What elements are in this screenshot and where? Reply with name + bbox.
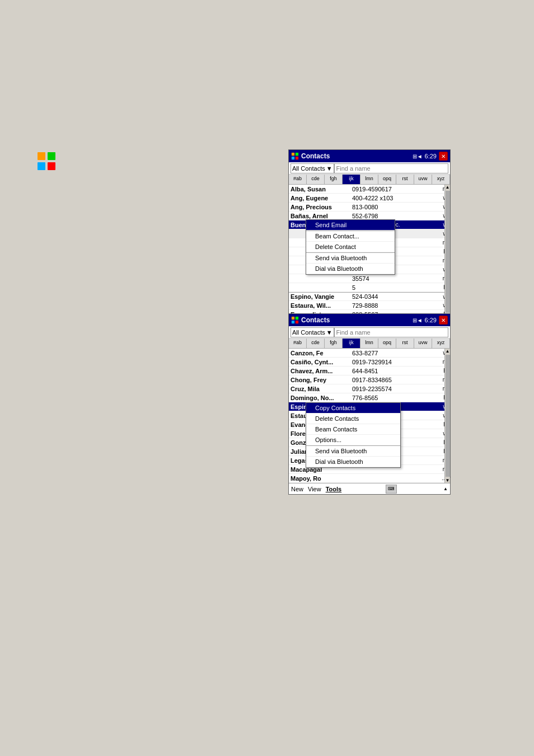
alpha-tab-opq-1[interactable]: opq bbox=[378, 175, 396, 184]
table-row[interactable]: Ang, Precious 813-0080 w bbox=[289, 203, 450, 212]
scroll-thumb-1[interactable] bbox=[446, 191, 450, 313]
titlebar-1: Contacts ⊞◄ 6:29 ✕ bbox=[289, 150, 450, 162]
alpha-tab-rst-2[interactable]: rst bbox=[396, 339, 414, 348]
alpha-tab-fgh-2[interactable]: fgh bbox=[325, 339, 343, 348]
contact-list-2: Canzon, Fe 633-8277 w Casiño, Cynt... 09… bbox=[289, 349, 450, 483]
svg-rect-0 bbox=[292, 153, 294, 156]
scrollbar-1[interactable]: ▲ ▼ bbox=[444, 185, 450, 319]
svg-rect-9 bbox=[48, 152, 55, 160]
context-menu-item-options[interactable]: Options... bbox=[306, 435, 400, 445]
table-row[interactable]: Domingo, No... 776-8565 h bbox=[289, 393, 450, 402]
scroll-down-arrow-2[interactable]: ▼ bbox=[446, 478, 450, 483]
toolbar-1: All Contacts ▼ bbox=[289, 162, 450, 175]
alpha-tab-rst-1[interactable]: rst bbox=[396, 175, 414, 184]
signal-icon-1: ⊞◄ bbox=[413, 153, 423, 159]
alpha-bar-2: #ab cde fgh ijk lmn opq rst uvw xyz bbox=[289, 339, 450, 349]
alpha-tab-lmn-1[interactable]: lmn bbox=[360, 175, 378, 184]
context-menu-1: Send Email Beam Contact... Delete Contac… bbox=[306, 219, 395, 275]
alpha-tab-uvw-1[interactable]: uvw bbox=[414, 175, 432, 184]
windows-logo-icon-2 bbox=[291, 316, 299, 324]
scroll-up-status-2[interactable]: ▲ bbox=[443, 486, 448, 491]
table-row[interactable]: Mapoy, Ro ...w bbox=[289, 474, 450, 483]
time-display-1: 6:29 bbox=[425, 153, 437, 159]
table-row[interactable]: 5 h bbox=[289, 283, 450, 292]
svg-rect-5 bbox=[296, 317, 298, 320]
scroll-up-arrow-2[interactable]: ▲ bbox=[446, 349, 450, 354]
filter-dropdown-2[interactable]: All Contacts ▼ bbox=[291, 327, 334, 337]
filter-label-2: All Contacts bbox=[292, 329, 325, 336]
context-menu-item-beam-contact[interactable]: Beam Contact... bbox=[306, 231, 395, 242]
svg-rect-2 bbox=[292, 157, 294, 159]
alpha-tab-ab-2[interactable]: #ab bbox=[289, 339, 307, 348]
find-input-1[interactable] bbox=[334, 163, 448, 173]
table-row[interactable]: Casiño, Cynt... 0919-7329914 m bbox=[289, 358, 450, 367]
context-menu-item-delete-contacts[interactable]: Delete Contacts bbox=[306, 414, 400, 424]
windows-logo-icon bbox=[291, 152, 299, 160]
context-menu-item-dial-bluetooth[interactable]: Dial via Bluetooth bbox=[306, 264, 395, 274]
context-menu-item-send-bluetooth-2[interactable]: Send via Bluetooth bbox=[306, 446, 400, 457]
context-menu-item-delete-contact[interactable]: Delete Contact bbox=[306, 242, 395, 252]
close-button-1[interactable]: ✕ bbox=[439, 152, 448, 161]
alpha-tab-cde-2[interactable]: cde bbox=[307, 339, 325, 348]
start-icon[interactable] bbox=[36, 151, 57, 171]
table-row[interactable]: Chavez, Arm... 644-8451 h bbox=[289, 367, 450, 375]
dropdown-arrow-icon-2: ▼ bbox=[326, 329, 332, 336]
menu-view-2[interactable]: View bbox=[308, 486, 321, 492]
alpha-tab-lmn-2[interactable]: lmn bbox=[360, 339, 378, 348]
context-menu-item-send-email[interactable]: Send Email bbox=[306, 220, 395, 231]
table-row[interactable]: Ang, Eugene 400-4222 x103 w bbox=[289, 194, 450, 203]
alpha-tab-opq-2[interactable]: opq bbox=[378, 339, 396, 348]
close-button-2[interactable]: ✕ bbox=[439, 316, 448, 325]
alpha-tab-cde-1[interactable]: cde bbox=[307, 175, 325, 184]
svg-rect-8 bbox=[38, 152, 45, 160]
contact-list-1: Alba, Susan 0919-4590617 m Ang, Eugene 4… bbox=[289, 185, 450, 319]
alpha-tab-ijk-1[interactable]: ijk bbox=[343, 175, 360, 184]
filter-dropdown-1[interactable]: All Contacts ▼ bbox=[291, 163, 334, 173]
table-row[interactable]: Alba, Susan 0919-4590617 m bbox=[289, 185, 450, 194]
time-display-2: 6:29 bbox=[425, 317, 437, 323]
taskbar-logo-icon bbox=[36, 151, 57, 171]
toolbar-2: All Contacts ▼ bbox=[289, 326, 450, 339]
pda-window-2: Contacts ⊞◄ 6:29 ✕ All Contacts ▼ #ab cd… bbox=[288, 313, 451, 495]
scroll-up-arrow-1[interactable]: ▲ bbox=[446, 185, 450, 190]
table-row[interactable]: 35574 m bbox=[289, 274, 450, 283]
table-row[interactable]: Chong, Frey 0917-8334865 m bbox=[289, 375, 450, 384]
context-menu-item-beam-contacts[interactable]: Beam Contacts bbox=[306, 424, 400, 435]
context-menu-item-copy-contacts[interactable]: Copy Contacts bbox=[306, 403, 400, 414]
scrollbar-2[interactable]: ▲ ▼ bbox=[444, 349, 450, 483]
keyboard-button-2[interactable]: ⌨ bbox=[386, 485, 397, 494]
svg-rect-7 bbox=[296, 321, 298, 323]
alpha-tab-uvw-2[interactable]: uvw bbox=[414, 339, 432, 348]
context-menu-item-send-bluetooth[interactable]: Send via Bluetooth bbox=[306, 253, 395, 264]
svg-rect-4 bbox=[292, 317, 294, 320]
table-row[interactable]: Canzon, Fe 633-8277 w bbox=[289, 349, 450, 358]
alpha-bar-1: #ab cde fgh ijk lmn opq rst uvw xyz bbox=[289, 175, 450, 185]
table-row[interactable]: Espino, Vangie 524-0344 w bbox=[289, 292, 450, 301]
filter-label-1: All Contacts bbox=[292, 165, 325, 172]
alpha-tab-xyz-2[interactable]: xyz bbox=[432, 339, 450, 348]
svg-rect-6 bbox=[292, 321, 294, 323]
svg-rect-10 bbox=[38, 162, 45, 170]
alpha-tab-ijk-2[interactable]: ijk bbox=[343, 339, 360, 348]
window-title-2: Contacts bbox=[301, 316, 330, 324]
svg-rect-11 bbox=[48, 162, 55, 170]
svg-rect-3 bbox=[296, 157, 298, 159]
alpha-tab-fgh-1[interactable]: fgh bbox=[325, 175, 343, 184]
context-menu-tools-2: Copy Contacts Delete Contacts Beam Conta… bbox=[306, 402, 401, 468]
menu-tools-2[interactable]: Tools bbox=[326, 486, 342, 492]
table-row[interactable]: Estaura, Wil... 729-8888 w bbox=[289, 301, 450, 310]
signal-icon-2: ⊞◄ bbox=[413, 317, 423, 323]
titlebar-2: Contacts ⊞◄ 6:29 ✕ bbox=[289, 314, 450, 326]
dropdown-arrow-icon-1: ▼ bbox=[326, 165, 332, 172]
alpha-tab-xyz-1[interactable]: xyz bbox=[432, 175, 450, 184]
menu-new-2[interactable]: New bbox=[291, 486, 303, 492]
svg-rect-1 bbox=[296, 153, 298, 156]
find-input-2[interactable] bbox=[334, 327, 448, 337]
pda-window-1: Contacts ⊞◄ 6:29 ✕ All Contacts ▼ #ab cd… bbox=[288, 149, 451, 331]
scroll-thumb-2[interactable] bbox=[446, 355, 450, 477]
statusbar-2: New View Tools ⌨ ▲ bbox=[289, 483, 450, 494]
alpha-tab-ab-1[interactable]: #ab bbox=[289, 175, 307, 184]
table-row[interactable]: Cruz, Mila 0919-2235574 m bbox=[289, 384, 450, 393]
window-title-1: Contacts bbox=[301, 152, 330, 160]
context-menu-item-dial-bluetooth-2[interactable]: Dial via Bluetooth bbox=[306, 457, 400, 467]
